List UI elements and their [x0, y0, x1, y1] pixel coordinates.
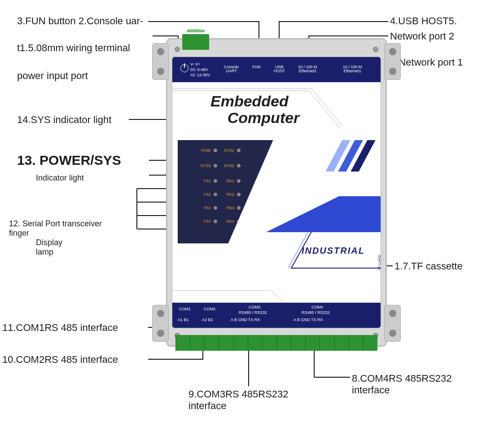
callout-13b: Indicator light	[36, 173, 84, 183]
lbl-com1: COM1	[179, 307, 191, 311]
callout-11: 11.COM1RS 485 interface	[2, 322, 118, 334]
callout-3-line1: 3.FUN button 2.Console uar-	[17, 15, 143, 27]
top-terminal-block: Mouth	[182, 34, 209, 50]
bottom-terminal-block	[175, 335, 377, 351]
faceplate: V- V+ DC 9-48V AC 12-30V Console UART FU…	[172, 57, 381, 328]
led-sys1-l: SYS1	[217, 148, 235, 153]
diagram-root: { "device": { "title_line1": "Embedded",…	[0, 0, 504, 432]
screw-tl	[175, 47, 180, 52]
led-tx1: TX1	[193, 179, 211, 183]
callout-4: 4.USB HOST5.	[390, 15, 457, 27]
callout-13: 13. POWER/SYS	[17, 153, 121, 168]
device-body: Mouth V- V+ DC 9-48V AC 12-30V Console U…	[166, 38, 387, 347]
lbl-com2: COM2	[204, 307, 215, 311]
industrial-text: INDUSTRIAL	[302, 246, 365, 256]
lbl-com4: COM4	[311, 305, 323, 309]
mount-ear-bl	[152, 305, 169, 342]
callout-8: 8.COM4RS 485RS232 interface	[352, 373, 452, 396]
callout-10: 10.COM2RS 485 interface	[2, 354, 118, 366]
lbl-com3-rs: RS485 / RS232	[239, 311, 267, 315]
mount-ear-tr	[384, 43, 401, 80]
lbl-c3p: A B GND TX RX	[231, 318, 260, 322]
callout-7: 1.7.TF cassette	[394, 260, 463, 272]
lbl-com4-rs: RS485 / RS232	[302, 311, 330, 315]
lbl-c1p: A1 B1	[178, 318, 189, 322]
mount-ear-tl	[152, 43, 169, 80]
mount-ear-br	[384, 305, 401, 342]
band-bottom: COM1 COM2 COM3 RS485 / RS232 COM4 RS485 …	[172, 303, 381, 328]
callout-3-line2: t1.5.08mm wiring terminal	[17, 42, 130, 54]
callout-14: 14.SYS indicator light	[17, 114, 111, 126]
callout-9: 9.COM3RS 485RS232 interface	[188, 388, 289, 412]
callout-12-line3: Display lamp	[36, 238, 62, 257]
callout-12-line2: finger	[9, 229, 29, 238]
led-sys3-l: SYS3	[193, 163, 211, 168]
led-rx1: RX1	[217, 179, 235, 183]
led-tx2: TX2	[193, 192, 211, 197]
led-rx4: RX4	[217, 219, 235, 224]
screw-tr	[373, 47, 378, 52]
led-tx4: TX4	[193, 219, 211, 224]
lbl-c2p: A2 B2	[202, 318, 213, 322]
led-pow-l: POW	[193, 148, 211, 153]
led-tx3: TX3	[193, 206, 211, 210]
callout-3-line3: power input port	[17, 70, 88, 82]
callout-12-line1: 12. Serial Port transceiver	[9, 219, 102, 229]
label-mouth: Mouth	[188, 28, 198, 32]
tf-card-label: TF CARD	[377, 255, 381, 270]
lbl-com3: COM3	[249, 305, 260, 309]
callout-5: Network port 2	[390, 31, 454, 42]
led-rx2: RX2	[217, 192, 235, 197]
lbl-c4p: A B GND TX RX	[294, 318, 323, 322]
led-rx3: RX3	[217, 206, 235, 210]
led-sys2-l: SYS2	[217, 163, 235, 168]
